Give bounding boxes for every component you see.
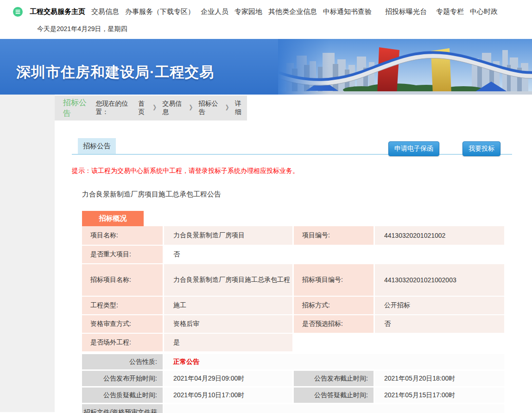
top-navigation: 工程交易服务主页 交易信息 办事服务（下载专区） 企业人员 专家园地 其他类企业… <box>0 0 532 20</box>
label-project-type: 工程类型: <box>82 297 163 314</box>
label-is-major-project: 是否重大项目: <box>82 246 163 263</box>
nav-item-trade-home[interactable]: 工程交易服务主页 <box>30 7 85 16</box>
nav-item-services-download[interactable]: 办事服务（下载专区） <box>125 7 195 16</box>
value-is-preselect-tender: 否 <box>375 315 504 333</box>
nav-item-other-enterprise-info[interactable]: 其他类企业信息 <box>268 7 317 16</box>
announcement-info-table: 公告性质: 正常公告 公告发布开始时间: 2021年04月29日09:00时 公… <box>82 354 504 413</box>
table-row: 公告发布开始时间: 2021年04月29日09:00时 公告发布截止时间: 20… <box>82 371 504 386</box>
nav-item-trade-info[interactable]: 交易信息 <box>91 7 119 16</box>
table-row: 公告性质: 正常公告 <box>82 354 504 369</box>
main-content: 招标公告 申请电子保函 我要投标 提示：该工程为交易中心新系统中工程，请登录投标… <box>55 95 532 413</box>
i-want-to-bid-button[interactable]: 我要投标 <box>462 141 500 156</box>
label-reply-deadline: 公告答疑截止时间: <box>294 388 374 403</box>
left-rail <box>0 95 55 412</box>
table-row: 招标文件/资格预审文件获 <box>82 404 504 413</box>
table-row: 是否重大项目: 否 <box>82 246 504 263</box>
label-tender-project-number: 招标项目编号: <box>294 264 374 296</box>
value-query-deadline: 2021年05月10日17:00时 <box>164 388 292 403</box>
value-is-offsite-project: 是 <box>164 334 292 351</box>
nav-item-enterprise-personnel[interactable]: 企业人员 <box>201 7 228 16</box>
value-tender-method: 公开招标 <box>375 297 504 314</box>
value-is-major-project: 否 <box>164 246 292 263</box>
value-qualification-method: 资格后审 <box>164 315 292 333</box>
label-project-number: 项目编号: <box>294 226 374 245</box>
nav-item-special-column[interactable]: 专题专栏 <box>436 7 464 16</box>
section-header-tender-overview: 招标概况 <box>82 211 144 226</box>
menu-icon[interactable] <box>13 7 23 17</box>
label-publish-start-time: 公告发布开始时间: <box>82 371 163 386</box>
nav-item-expert-garden[interactable]: 专家园地 <box>234 7 262 16</box>
table-row: 资格审查方式: 资格后审 是否预选招标: 否 <box>82 315 504 333</box>
site-title: 深圳市住房和建设局·工程交易 <box>16 63 214 82</box>
label-project-name: 项目名称: <box>82 226 163 245</box>
value-tender-project-name: 力合良景新制造厂房项目施工总承包工程 <box>164 264 292 296</box>
value-tender-project-number: 44130320201021002003 <box>375 264 504 296</box>
table-row: 是否场外工程: 是 <box>82 334 504 351</box>
action-buttons: 申请电子保函 我要投标 <box>388 141 500 156</box>
apply-e-guarantee-button[interactable]: 申请电子保函 <box>388 141 439 156</box>
label-is-preselect-tender: 是否预选招标: <box>294 315 374 333</box>
announcement-title: 力合良景新制造厂房项目施工总承包工程公告 <box>82 190 532 199</box>
value-project-type: 施工 <box>164 297 292 314</box>
value-document-obtain-time <box>164 404 504 413</box>
value-project-name: 力合良景新制造厂房项目 <box>164 226 292 245</box>
nav-item-center-politics[interactable]: 中心时政 <box>470 7 498 16</box>
value-publish-end-time: 2021年05月20日18:00时 <box>375 371 504 386</box>
value-publish-start-time: 2021年04月29日09:00时 <box>164 371 292 386</box>
tab-bid-announcement[interactable]: 招标公告 <box>78 138 116 154</box>
label-tender-project-name: 招标项目名称: <box>82 264 163 296</box>
label-publish-end-time: 公告发布截止时间: <box>294 371 374 386</box>
system-hint-text: 提示：该工程为交易中心新系统中工程，请登录投标子系统办理相应投标业务。 <box>72 167 532 175</box>
site-banner: 深圳市住房和建设局·工程交易 <box>0 39 532 95</box>
label-is-offsite-project: 是否场外工程: <box>82 334 163 351</box>
table-row: 招标项目名称: 力合良景新制造厂房项目施工总承包工程 招标项目编号: 44130… <box>82 264 504 296</box>
cityscape-illustration <box>278 39 532 95</box>
nav-item-award-notice-check[interactable]: 中标通知书查验 <box>323 7 372 16</box>
table-row: 公告质疑截止时间: 2021年05月10日17:00时 公告答疑截止时间: 20… <box>82 388 504 403</box>
table-row: 工程类型: 施工 招标方式: 公开招标 <box>82 297 504 314</box>
label-qualification-method: 资格审查方式: <box>82 315 163 333</box>
value-reply-deadline: 2021年05月15日17:00时 <box>375 388 504 403</box>
label-query-deadline: 公告质疑截止时间: <box>82 388 163 403</box>
value-project-number: 44130320201021002 <box>375 226 504 245</box>
table-row: 项目名称: 力合良景新制造厂房项目 项目编号: 4413032020102100… <box>82 226 504 245</box>
tender-overview-table: 项目名称: 力合良景新制造厂房项目 项目编号: 4413032020102100… <box>82 226 504 351</box>
page-body: 招标公告 您现在的位置： 首页 》 交易信息 》 招标公告 》 详细 招标公告 … <box>0 95 532 412</box>
current-date-text: 今天是2021年4月29日，星期四 <box>0 20 532 39</box>
value-notice-nature: 正常公告 <box>164 354 504 369</box>
tab-bar: 招标公告 申请电子保函 我要投标 <box>72 138 512 155</box>
label-notice-nature: 公告性质: <box>82 354 163 369</box>
label-document-obtain-time: 招标文件/资格预审文件获 <box>82 404 163 413</box>
nav-item-bid-exposure[interactable]: 招投标曝光台 <box>385 7 427 16</box>
label-tender-method: 招标方式: <box>294 297 374 314</box>
